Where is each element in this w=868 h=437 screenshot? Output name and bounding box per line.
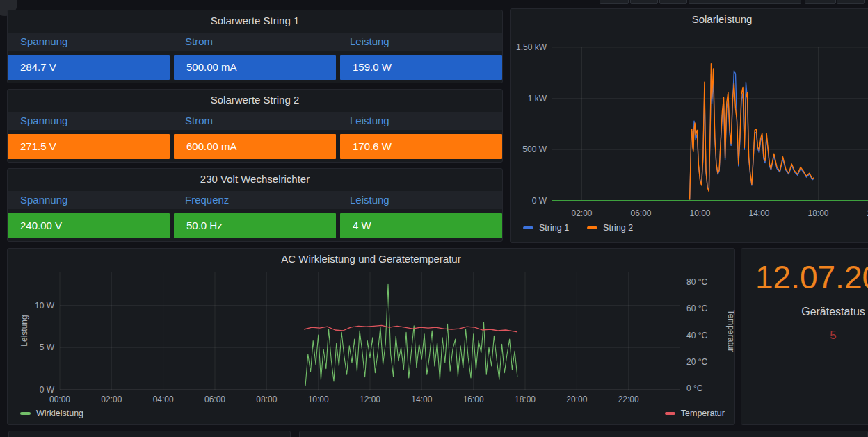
geraetestatus-label: Gerätestatus	[741, 306, 868, 318]
cell-leistung: 159.0 W	[340, 55, 502, 80]
cell-strom: 500.00 mA	[174, 55, 336, 80]
y-axis-tick-label: 5 W	[40, 343, 55, 352]
legend-color-marker	[665, 412, 675, 415]
right-axis-tick-label: 80 °C	[686, 277, 707, 287]
panel-solarleistung: Solarleistung 02:0006:0010:0014:0018:002…	[510, 8, 868, 243]
cell-spannung: 284.7 V	[8, 55, 170, 80]
column-header-leistung[interactable]: Leistung	[337, 33, 502, 51]
cell-spannung: 271.5 V	[8, 134, 170, 159]
series-string-2	[690, 64, 814, 200]
panel-solarwerte-string-2: Solarwerte String 2 Spannung Strom Leist…	[7, 89, 503, 163]
column-header-spannung[interactable]: Spannung	[8, 112, 172, 130]
legend-color-marker	[587, 226, 597, 229]
legend-label: Temperatur	[681, 409, 725, 418]
x-axis-tick-label: 18:00	[807, 208, 828, 218]
x-axis-tick-label: 06:00	[204, 395, 225, 404]
legend-item-string-2[interactable]: String 2	[587, 223, 633, 233]
y-axis-tick-label: 0 W	[532, 196, 547, 206]
toolbar-button-remnant[interactable]	[600, 0, 629, 4]
table-row: 284.7 V 500.00 mA 159.0 W	[8, 55, 502, 80]
table-header-row: Spannung Strom Leistung	[8, 112, 502, 130]
cell-strom: 600.00 mA	[174, 134, 336, 159]
cell-leistung: 4 W	[340, 213, 502, 238]
legend-label: Wirkleistung	[36, 409, 83, 418]
x-axis-tick-label: 04:00	[153, 395, 174, 404]
y-axis-tick-label: 10 W	[35, 301, 55, 311]
y-axis-tick-label: 1.50 kW	[516, 42, 547, 52]
x-axis-tick-label: 02:00	[571, 208, 592, 218]
left-axis-title: Leistung	[19, 315, 29, 346]
legend-label: String 2	[603, 223, 633, 233]
legend-item-string-1[interactable]: String 1	[523, 223, 569, 233]
right-axis-title: Temperatur	[726, 310, 736, 352]
date-stat-value: 12.07.20	[755, 258, 868, 296]
x-axis-tick-label: 14:00	[411, 395, 432, 404]
x-axis-tick-label: 14:00	[748, 208, 769, 218]
table-header-row: Spannung Strom Leistung	[8, 33, 502, 51]
x-axis-tick-label: 20:00	[566, 395, 587, 404]
right-axis-tick-label: 40 °C	[686, 331, 707, 340]
toolbar-button-remnant[interactable]	[630, 0, 658, 4]
panel-solarwerte-string-1: Solarwerte String 1 Spannung Strom Leist…	[7, 10, 503, 83]
legend-item-temperatur[interactable]: Temperatur	[665, 409, 725, 418]
cell-leistung: 170.6 W	[340, 134, 502, 159]
x-axis-tick-label: 22:00	[618, 395, 639, 404]
table-header-row: Spannung Frequenz Leistung	[8, 191, 502, 209]
column-header-spannung[interactable]: Spannung	[8, 191, 172, 209]
right-axis-tick-label: 0 °C	[686, 384, 703, 393]
table-row: 240.00 V 50.0 Hz 4 W	[8, 213, 502, 238]
x-axis-tick-label: 18:00	[515, 395, 536, 404]
toolbar-button-remnant[interactable]	[805, 0, 836, 4]
column-header-strom[interactable]: Strom	[172, 33, 337, 51]
legend-label: String 1	[539, 223, 569, 233]
cutoff-panel	[299, 431, 868, 437]
series-temperatur	[304, 325, 517, 332]
column-header-leistung[interactable]: Leistung	[337, 112, 502, 130]
panel-geraetestatus: 12.07.20 Gerätestatus 5	[741, 248, 868, 425]
right-axis-tick-label: 20 °C	[686, 357, 707, 367]
x-axis-tick-label: 00:00	[49, 395, 70, 404]
panel-title[interactable]: Solarwerte String 2	[8, 90, 502, 110]
panel-ac-wirkleistung: AC Wirkleistung und Gerätetemperatur 00:…	[7, 248, 735, 425]
column-header-strom[interactable]: Strom	[172, 112, 337, 130]
y-axis-tick-label: 1 kW	[528, 94, 547, 104]
toolbar-button-remnant[interactable]	[659, 0, 687, 4]
cell-spannung: 240.00 V	[8, 213, 170, 238]
panel-wechselrichter: 230 Volt Wechselrichter Spannung Frequen…	[7, 168, 503, 242]
column-header-leistung[interactable]: Leistung	[337, 191, 502, 209]
geraetestatus-value: 5	[741, 329, 868, 343]
x-axis-tick-label: 10:00	[308, 395, 329, 404]
ac-chart-canvas[interactable]: 00:0002:0004:0006:0008:0010:0012:0014:00…	[8, 249, 736, 426]
solarleistung-chart-canvas[interactable]: 02:0006:0010:0014:0018:0022:000 W500 W1 …	[511, 9, 868, 244]
y-axis-tick-label: 0 W	[40, 385, 55, 395]
y-axis-tick-label: 500 W	[522, 145, 547, 154]
toolbar-button-remnant[interactable]	[837, 0, 865, 4]
series-wirkleistung	[305, 284, 517, 386]
table-row: 271.5 V 600.00 mA 170.6 W	[8, 134, 502, 159]
panel-title[interactable]: 230 Volt Wechselrichter	[8, 169, 502, 190]
panel-title[interactable]: Solarwerte String 1	[8, 10, 502, 31]
legend-color-marker	[20, 412, 31, 415]
legend-item-wirkleistung[interactable]: Wirkleistung	[20, 409, 83, 418]
column-header-spannung[interactable]: Spannung	[8, 33, 172, 51]
column-header-frequenz[interactable]: Frequenz	[172, 191, 337, 209]
chart-legend: WirkleistungTemperatur	[20, 409, 725, 418]
chart-legend: String 1String 2	[523, 223, 633, 233]
cell-frequenz: 50.0 Hz	[174, 213, 336, 238]
time-picker-remnant[interactable]	[689, 0, 801, 4]
x-axis-tick-label: 16:00	[463, 395, 484, 404]
legend-color-marker	[523, 226, 533, 229]
x-axis-tick-label: 02:00	[101, 395, 122, 404]
x-axis-tick-label: 06:00	[630, 208, 651, 218]
cutoff-panel	[8, 431, 291, 437]
x-axis-tick-label: 12:00	[360, 395, 380, 404]
x-axis-tick-label: 08:00	[256, 395, 277, 404]
right-axis-tick-label: 60 °C	[686, 304, 707, 313]
x-axis-tick-label: 10:00	[689, 208, 710, 218]
